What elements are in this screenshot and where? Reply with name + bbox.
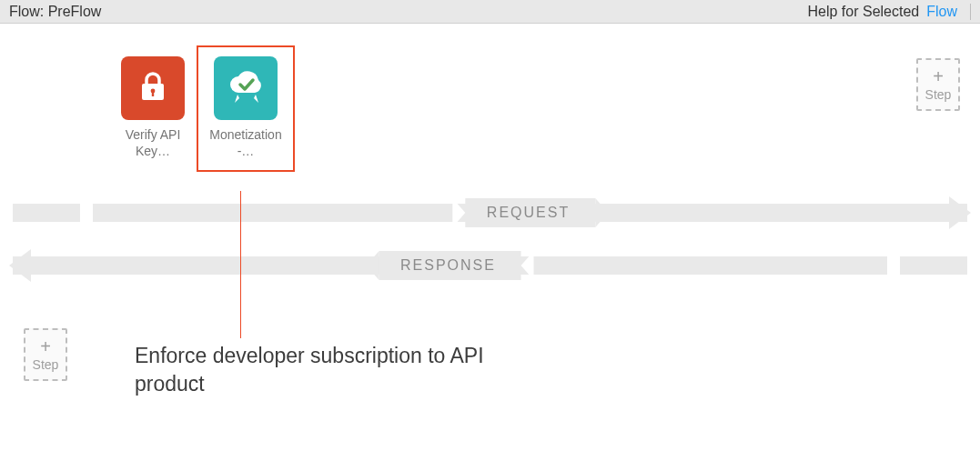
topbar-right: Help for Selected Flow <box>807 4 971 20</box>
policy-label: Monetization-… <box>209 127 282 159</box>
topbar: Flow: PreFlow Help for Selected Flow <box>0 0 980 24</box>
band-bar: RESPONSE <box>13 256 887 275</box>
policy-tile <box>121 56 185 120</box>
add-step-response-button[interactable]: + Step <box>24 328 67 381</box>
flow-link[interactable]: Flow <box>926 4 957 20</box>
lock-icon <box>135 68 171 108</box>
callout-line <box>240 191 241 338</box>
policy-monetization[interactable]: Monetization-… <box>209 56 282 159</box>
help-for-selected-label: Help for Selected <box>807 4 919 20</box>
svg-rect-2 <box>152 92 154 96</box>
policy-label: Verify API Key… <box>116 127 189 159</box>
response-label: RESPONSE <box>400 257 496 274</box>
request-label: REQUEST <box>487 205 570 221</box>
add-step-request-button[interactable]: + Step <box>916 58 960 111</box>
flow-title: Flow: PreFlow <box>9 4 101 20</box>
band-segment <box>900 256 967 275</box>
callout-text: Enforce developer subscription to API pr… <box>135 342 553 398</box>
plus-icon: + <box>933 67 944 85</box>
policy-tile <box>214 56 278 120</box>
arrow-left-icon <box>9 249 31 282</box>
plus-icon: + <box>40 337 51 356</box>
cloud-check-icon <box>225 65 267 111</box>
request-band: REQUEST <box>13 198 967 227</box>
policy-area: Verify API Key… Monetization-… <box>116 56 282 159</box>
response-band: RESPONSE <box>13 251 967 280</box>
flow-canvas: Verify API Key… Monetization-… + Step <box>0 24 980 461</box>
request-label-chevron: REQUEST <box>465 198 595 227</box>
add-step-label: Step <box>925 87 952 102</box>
add-step-label: Step <box>33 357 59 372</box>
band-segment <box>13 204 80 222</box>
response-label-chevron: RESPONSE <box>379 251 521 280</box>
band-bar: REQUEST <box>93 204 967 222</box>
arrow-right-icon <box>949 196 971 229</box>
policy-verify-api-key[interactable]: Verify API Key… <box>116 56 189 159</box>
topbar-divider <box>970 4 971 20</box>
